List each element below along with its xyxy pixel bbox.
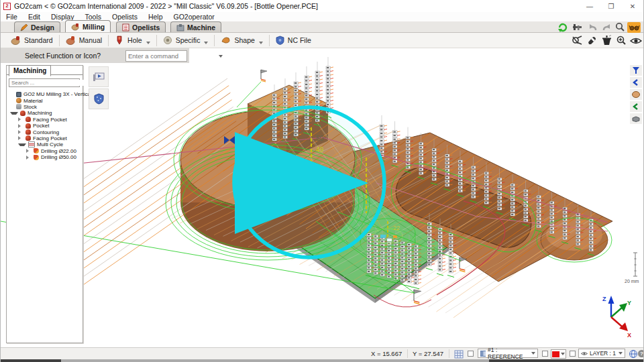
shape-dropdown-icon[interactable] xyxy=(259,42,263,44)
tree-search-box[interactable] xyxy=(9,78,80,87)
tab-machine[interactable]: Machine xyxy=(170,21,221,32)
machining-tree: GO2 MU Milling 3X - Vertical Material St… xyxy=(7,91,83,160)
tree-item-drilling-50[interactable]: Drilling Ø50.00 xyxy=(7,154,83,160)
manual-button[interactable]: Manual xyxy=(60,34,108,48)
manual-icon xyxy=(66,36,76,45)
color-checkbox[interactable] xyxy=(542,351,548,357)
collapse-icon[interactable] xyxy=(10,112,18,115)
menu-help[interactable]: Help xyxy=(143,13,168,21)
tree-item-facing-pocket[interactable]: Facing Pocket xyxy=(7,117,83,123)
layer-select[interactable]: LAYER : 1 xyxy=(578,349,625,358)
tree-item-machining[interactable]: Machining xyxy=(7,110,83,116)
tree-item-drilling-22[interactable]: Drilling Ø22.00 xyxy=(7,148,83,154)
expand-icon[interactable] xyxy=(26,149,32,153)
tab-design[interactable]: Design xyxy=(14,21,60,32)
caliper-icon[interactable] xyxy=(571,22,584,33)
layer-checkbox[interactable] xyxy=(570,351,576,357)
status-bar: X = 15.667 Y = 27.547 #1 : REFERENCE LAY… xyxy=(1,347,643,359)
axis-triad: Z Y X xyxy=(602,296,631,339)
multi-cycle-icon xyxy=(28,141,35,147)
expand-icon[interactable] xyxy=(18,136,23,140)
play-button-overlay[interactable] xyxy=(234,107,384,257)
material-icon xyxy=(16,98,21,103)
previous-op-button[interactable] xyxy=(630,77,642,88)
cursor-y-coordinate: Y = 27.547 xyxy=(413,350,443,357)
tree-item-facing-pocket-2[interactable]: Facing Pocket xyxy=(7,135,83,141)
pocket-icon xyxy=(25,123,31,129)
nc-file-icon xyxy=(276,36,284,45)
filter-icon xyxy=(632,66,640,74)
simulation-button[interactable] xyxy=(89,66,109,87)
tree-item-stock[interactable]: Stock xyxy=(7,104,83,110)
reference-checkbox[interactable] xyxy=(468,351,474,357)
svg-text:Y: Y xyxy=(627,300,631,306)
help-icon[interactable]: ? xyxy=(638,350,644,357)
eraser-icon[interactable] xyxy=(585,34,598,46)
view-glasses-icon[interactable] xyxy=(627,22,641,33)
window-bottom-frame xyxy=(1,359,643,362)
svg-text:20 mm: 20 mm xyxy=(625,279,639,284)
layer-eye-icon xyxy=(581,351,588,356)
chevron-left-blue-icon xyxy=(633,79,639,86)
cursor-x-coordinate: X = 15.667 xyxy=(371,350,402,357)
show-part-button[interactable] xyxy=(630,89,642,100)
tab-machining-panel[interactable]: Machining xyxy=(9,65,51,76)
tool-shield-button[interactable] xyxy=(89,88,109,109)
facing-pocket-icon xyxy=(25,135,31,141)
tree-item-machine[interactable]: GO2 MU Milling 3X - Vertical xyxy=(7,91,83,97)
scale-bar: 20 mm xyxy=(625,253,639,284)
redo-icon[interactable] xyxy=(600,22,614,33)
collapse-icon[interactable] xyxy=(18,143,26,146)
layer-dropdown-icon[interactable] xyxy=(619,352,623,355)
nc-file-button[interactable]: NC File xyxy=(270,34,317,48)
reference-dropdown-icon[interactable] xyxy=(531,352,535,355)
regenerate-icon[interactable] xyxy=(556,22,570,33)
zoom-icon[interactable] xyxy=(613,22,627,33)
menu-opelists[interactable]: Opelists xyxy=(107,13,143,21)
menu-edit[interactable]: Edit xyxy=(23,13,46,21)
tree-search-input[interactable] xyxy=(9,80,87,86)
cleanup-icon[interactable] xyxy=(600,34,613,46)
color-dropdown-icon[interactable] xyxy=(561,353,565,355)
specific-dropdown-icon[interactable] xyxy=(204,42,208,44)
current-color-swatch[interactable] xyxy=(551,349,566,359)
application-window: 2 GO2cam < © GO2cam International 2009 -… xyxy=(0,0,644,362)
previous-step-button[interactable] xyxy=(630,101,642,112)
expand-icon[interactable] xyxy=(18,130,23,134)
milling-icon xyxy=(71,23,80,31)
menu-file[interactable]: File xyxy=(1,13,23,21)
machining-icon xyxy=(20,111,25,116)
analysis-tools-icon[interactable] xyxy=(570,34,584,46)
zoom-window-icon[interactable] xyxy=(614,34,628,46)
maximize-button[interactable]: ❐ xyxy=(600,0,622,12)
shape-button[interactable]: Shape xyxy=(215,34,268,48)
tree-item-multi-cycle[interactable]: Multi Cycle xyxy=(7,141,83,147)
contouring-icon xyxy=(25,129,31,135)
tree-item-material[interactable]: Material xyxy=(7,97,83,103)
reference-plane-icon xyxy=(480,351,486,357)
shield-icon xyxy=(94,93,104,105)
chevron-left-green-icon xyxy=(633,103,639,110)
reference-select[interactable]: #1 : REFERENCE xyxy=(478,349,538,358)
tab-milling[interactable]: Milling xyxy=(65,20,111,32)
svg-text:22: 22 xyxy=(393,225,400,231)
minimize-button[interactable]: — xyxy=(579,0,600,12)
expand-icon[interactable] xyxy=(18,117,23,121)
color-red xyxy=(552,351,559,357)
specific-button[interactable]: Specific xyxy=(157,34,215,48)
app-icon: 2 xyxy=(3,3,11,10)
filter-button[interactable] xyxy=(630,65,642,76)
tree-item-pocket[interactable]: Pocket xyxy=(7,123,83,129)
standard-button[interactable]: Standard xyxy=(5,34,59,48)
dynamic-view-icon[interactable] xyxy=(629,34,643,46)
show-stock-button[interactable] xyxy=(630,113,642,124)
undo-icon[interactable] xyxy=(586,22,599,33)
tab-opelists[interactable]: Opelists xyxy=(116,21,166,32)
expand-icon[interactable] xyxy=(26,156,32,160)
tree-item-contouring[interactable]: Contouring xyxy=(7,129,83,135)
expand-icon[interactable] xyxy=(18,124,23,128)
hole-button[interactable]: Hole xyxy=(109,34,156,48)
menu-go2operator[interactable]: GO2operator xyxy=(168,13,220,21)
close-button[interactable]: ✕ xyxy=(622,0,643,12)
hole-dropdown-icon[interactable] xyxy=(146,42,150,44)
